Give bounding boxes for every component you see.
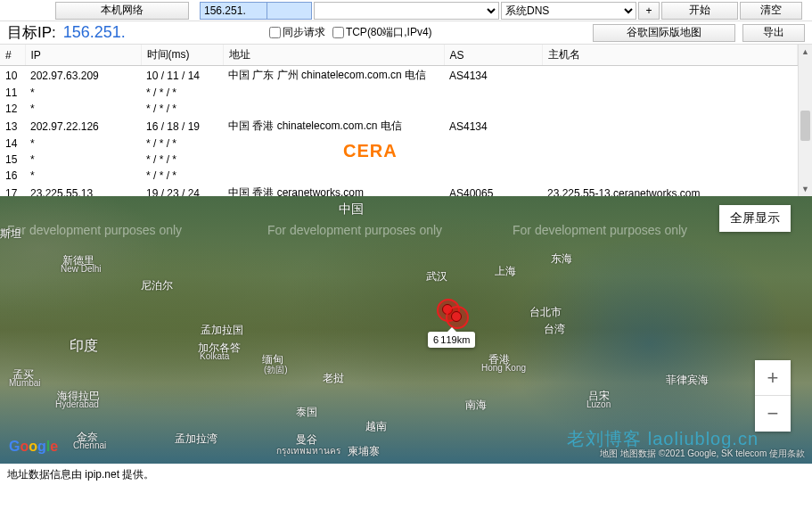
col-ip[interactable]: IP [25,45,141,66]
table-row[interactable]: 10202.97.63.20910 / 11 / 14中国 广东 广州 chin… [0,66,798,86]
cell-as [444,101,542,117]
zoom-control: + − [755,360,791,432]
cell-idx: 13 [0,117,25,136]
table-row[interactable]: 13202.97.22.12616 / 18 / 19中国 香港 chinate… [0,117,798,136]
map-label: 上海 [495,264,516,279]
cell-time: 16 / 18 / 19 [141,117,223,136]
map-label: 武汉 [426,269,447,284]
subheader-row: 目标IP: 156.251. 同步请求 TCP(80端口,IPv4) 谷歌国际版… [0,21,812,45]
cell-idx: 15 [0,152,25,168]
clear-button[interactable]: 清空 [740,2,802,20]
cell-idx: 16 [0,168,25,184]
fullscreen-button[interactable]: 全屏显示 [719,205,791,232]
cell-idx: 14 [0,136,25,152]
google-map-button[interactable]: 谷歌国际版地图 [593,24,735,42]
map-label: 中国 [339,202,364,218]
cell-host [542,117,798,136]
col-index[interactable]: # [0,45,25,66]
scroll-down-icon[interactable]: ▼ [799,182,812,196]
sync-request-checkbox[interactable]: 同步请求 [269,25,325,40]
table-row[interactable]: 12** / * / * [0,101,798,117]
map[interactable]: For development purposes only For develo… [0,196,812,464]
map-label: 孟加拉国 [201,323,243,338]
cell-idx: 12 [0,101,25,117]
cell-as: AS4134 [444,66,542,86]
map-label: Hyderabad [55,399,99,409]
map-label: 孟加拉湾 [175,432,217,447]
map-label: 印度 [70,337,98,356]
map-label: 南海 [465,398,487,413]
cell-as: AS4134 [444,117,542,136]
target-ip-label: 目标IP: [7,22,56,43]
map-marker[interactable] [446,306,469,329]
map-label: (勃固) [264,364,288,376]
cell-host [542,136,798,152]
profile-select[interactable] [314,2,499,20]
cell-ip: * [25,85,141,101]
scroll-thumb[interactable] [800,111,810,141]
start-button[interactable]: 开始 [661,2,738,20]
dev-watermark: For development purposes only [7,223,182,237]
cell-addr [223,168,444,184]
cell-host [542,85,798,101]
cell-as [444,152,542,168]
trace-table: # IP 时间(ms) 地址 AS 主机名 10202.97.63.20910 … [0,45,798,221]
map-label: 斯坦 [0,226,21,242]
cell-ip: * [25,101,141,117]
map-label: 台北市 [529,305,562,320]
map-label: 泰国 [296,405,317,420]
dev-watermark: For development purposes only [267,223,442,237]
tcp-checkbox[interactable]: TCP(80端口,IPv4) [332,25,432,40]
dns-select[interactable]: 系统DNS [501,2,636,20]
scroll-up-icon[interactable]: ▲ [799,45,812,59]
cell-addr: 中国 广东 广州 chinatelecom.com.cn 电信 [223,66,444,86]
zoom-out-button[interactable]: − [755,396,791,432]
cell-time: * / * / * [141,152,223,168]
cell-time: 10 / 11 / 14 [141,66,223,86]
map-label: Mumbai [9,378,41,388]
map-label: กรุงเทพมหานคร [276,444,340,457]
cell-host [542,168,798,184]
map-label: 柬埔寨 [348,444,380,459]
cell-time: * / * / * [141,85,223,101]
table-row[interactable]: 15** / * / * [0,152,798,168]
map-label: 菲律宾海 [666,373,709,388]
col-as[interactable]: AS [444,45,542,66]
cell-addr [223,85,444,101]
cell-as [444,136,542,152]
cell-idx: 11 [0,85,25,101]
table-scrollbar[interactable]: ▲ ▼ [798,45,812,196]
cell-time: * / * / * [141,101,223,117]
google-logo: Google [9,439,58,455]
cell-host [542,152,798,168]
target-ip-value: 156.251. [63,23,126,42]
map-label: Kolkata [200,351,229,361]
cell-ip: * [25,152,141,168]
cell-ip: * [25,136,141,152]
footer-text: 地址数据信息由 ipip.net 提供。 [0,464,812,487]
cell-as [444,85,542,101]
cell-ip: 202.97.22.126 [25,117,141,136]
plus-button[interactable]: + [638,2,660,20]
col-hostname[interactable]: 主机名 [542,45,798,66]
local-network-button[interactable]: 本机网络 [55,2,189,20]
map-attribution: 地图 地图数据 ©2021 Google, SK telecom 使用条款 [600,448,805,460]
table-row[interactable]: 16** / * / * [0,168,798,184]
cell-ip: * [25,168,141,184]
cell-as [444,168,542,184]
target-ip-input[interactable] [200,2,267,20]
map-label: Chennai [73,440,106,450]
table-row[interactable]: 14** / * / * [0,136,798,152]
cell-idx: 10 [0,66,25,86]
dev-watermark: For development purposes only [513,223,687,237]
table-row[interactable]: 11** / * / * [0,85,798,101]
map-label: Luzon [586,399,611,409]
zoom-in-button[interactable]: + [755,360,791,396]
export-button[interactable]: 导出 [742,24,805,42]
col-address[interactable]: 地址 [223,45,444,66]
map-label: 老挝 [323,371,344,386]
map-label: 尼泊尔 [141,278,173,293]
col-time[interactable]: 时间(ms) [141,45,223,66]
cell-ip: 202.97.63.209 [25,66,141,86]
cell-addr: 中国 香港 chinatelecom.com.cn 电信 [223,117,444,136]
